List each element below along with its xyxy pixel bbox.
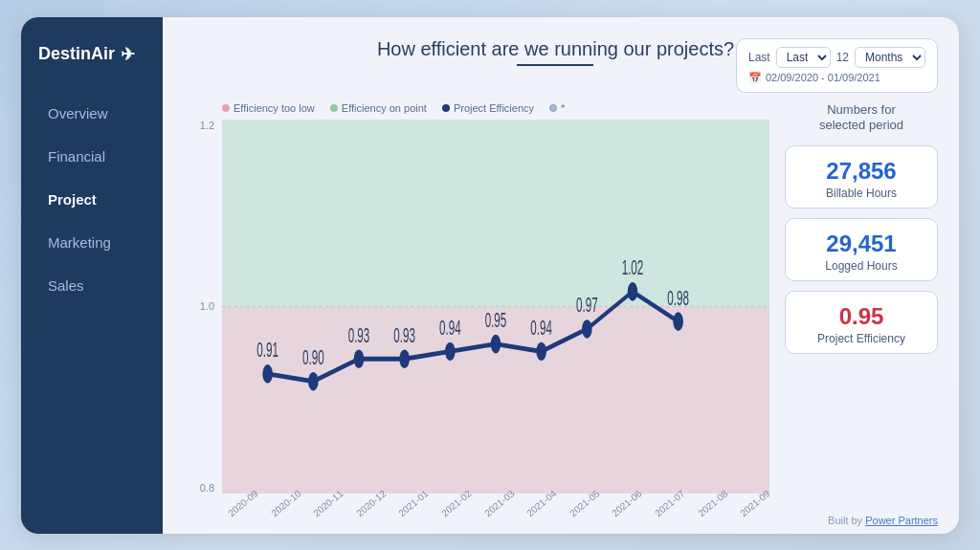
- logged-hours-label: Logged Hours: [795, 259, 927, 273]
- filter-row: Last Last 12 Months: [748, 47, 925, 68]
- sidebar-item-financial[interactable]: Financial: [29, 137, 155, 176]
- line-chart-svg: 0.910.900.930.930.940.950.940.971.020.98: [222, 120, 769, 494]
- period-select[interactable]: Last: [776, 47, 831, 68]
- efficiency-value: 0.95: [795, 303, 927, 330]
- logo-bird-icon: ✈: [121, 44, 135, 65]
- period-value: 12: [836, 51, 849, 64]
- svg-text:0.93: 0.93: [348, 322, 370, 346]
- chart-legend: Efficiency too low Efficiency on point P…: [184, 102, 769, 114]
- y-label-1: 1.2: [200, 120, 214, 131]
- efficiency-label: Project Efficiency: [795, 332, 927, 345]
- right-panel: Numbers forselected period 27,856 Billab…: [785, 102, 938, 522]
- legend-dot-too-low: [222, 104, 230, 112]
- svg-point-3: [308, 371, 319, 390]
- main-content: How efficient are we running our project…: [163, 17, 959, 534]
- logo: DestinAir ✈: [21, 44, 163, 94]
- svg-point-7: [399, 349, 410, 368]
- svg-text:0.94: 0.94: [439, 315, 461, 339]
- svg-point-13: [536, 341, 546, 361]
- date-range-text: 02/09/2020 - 01/09/2021: [766, 72, 880, 83]
- legend-dot-star: [549, 104, 557, 112]
- footer-text: Built by: [828, 515, 862, 526]
- y-label-2: 1.0: [200, 300, 214, 312]
- legend-item-on-point: Efficiency on point: [330, 102, 427, 114]
- svg-point-11: [491, 334, 501, 353]
- title-underline: [517, 64, 593, 66]
- chart-area: Efficiency too low Efficiency on point P…: [184, 102, 769, 522]
- calendar-icon: 📅: [748, 72, 762, 84]
- title-area: How efficient are we running our project…: [375, 38, 736, 66]
- billable-hours-value: 27,856: [795, 158, 927, 185]
- page-title: How efficient are we running our project…: [375, 38, 736, 60]
- legend-dot-efficiency: [442, 104, 450, 112]
- y-label-3: 0.8: [200, 482, 214, 494]
- svg-text:1.02: 1.02: [622, 255, 644, 279]
- stat-card-efficiency: 0.95 Project Efficiency: [785, 291, 938, 354]
- chart-container: 1.2 1.0 0.8 0.910.900.930.930: [184, 120, 769, 522]
- sidebar-item-overview[interactable]: Overview: [29, 94, 155, 133]
- x-axis: 2020-092020-102020-112020-122021-012021-…: [222, 495, 769, 522]
- sidebar-item-project[interactable]: Project: [29, 180, 155, 219]
- legend-dot-on-point: [330, 104, 338, 112]
- sidebar-item-sales[interactable]: Sales: [29, 266, 155, 305]
- legend-label-too-low: Efficiency too low: [234, 102, 315, 114]
- dashboard: DestinAir ✈ Overview Financial Project M…: [21, 17, 959, 534]
- y-axis: 1.2 1.0 0.8: [184, 120, 220, 494]
- stat-card-logged: 29,451 Logged Hours: [785, 218, 938, 281]
- sidebar: DestinAir ✈ Overview Financial Project M…: [21, 17, 163, 534]
- content-area: Efficiency too low Efficiency on point P…: [184, 102, 938, 522]
- legend-label-efficiency: Project Efficiency: [454, 102, 534, 114]
- main-header: How efficient are we running our project…: [184, 38, 938, 93]
- chart-svg-wrapper: 0.910.900.930.930.940.950.940.971.020.98: [222, 120, 769, 494]
- logo-text: DestinAir: [38, 44, 115, 64]
- numbers-label: Numbers forselected period: [785, 102, 938, 135]
- svg-point-5: [354, 349, 365, 368]
- svg-text:0.97: 0.97: [576, 293, 598, 317]
- unit-select[interactable]: Months: [855, 47, 925, 68]
- logged-hours-value: 29,451: [795, 231, 927, 257]
- legend-item-too-low: Efficiency too low: [222, 102, 315, 114]
- svg-point-17: [628, 282, 638, 301]
- svg-point-1: [262, 364, 273, 384]
- legend-label-on-point: Efficiency on point: [342, 102, 427, 114]
- legend-item-star: *: [549, 102, 565, 114]
- legend-item-efficiency: Project Efficiency: [442, 102, 534, 114]
- sidebar-nav: Overview Financial Project Marketing Sal…: [21, 94, 163, 305]
- legend-label-star: *: [561, 102, 565, 114]
- period-label: Last: [748, 51, 770, 64]
- svg-text:0.94: 0.94: [530, 315, 552, 339]
- stat-card-billable: 27,856 Billable Hours: [785, 145, 938, 209]
- power-partners-link[interactable]: Power Partners: [865, 515, 938, 526]
- svg-text:0.93: 0.93: [393, 322, 415, 346]
- svg-text:0.98: 0.98: [667, 285, 689, 309]
- sidebar-item-marketing[interactable]: Marketing: [29, 223, 155, 262]
- filter-panel: Last Last 12 Months 📅 02/09/2020 - 01/09…: [736, 38, 938, 93]
- svg-text:0.95: 0.95: [485, 308, 507, 332]
- svg-point-15: [582, 319, 592, 339]
- svg-point-19: [673, 312, 683, 331]
- billable-hours-label: Billable Hours: [795, 187, 927, 200]
- svg-point-9: [445, 341, 456, 361]
- date-range: 📅 02/09/2020 - 01/09/2021: [748, 72, 925, 84]
- svg-text:0.90: 0.90: [302, 345, 324, 369]
- footer-credit: Built by Power Partners: [828, 515, 938, 526]
- svg-text:0.91: 0.91: [256, 338, 278, 362]
